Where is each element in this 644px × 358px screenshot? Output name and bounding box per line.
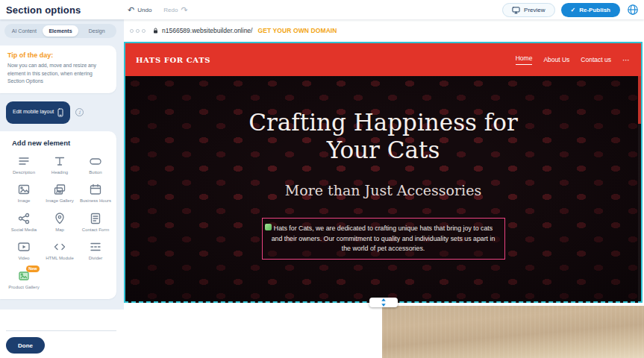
element-item-button[interactable]: Button	[78, 154, 113, 176]
redo-button[interactable]: Redo ↷	[163, 6, 187, 14]
site-logo[interactable]: HATS FOR CATS	[136, 56, 210, 64]
get-domain-link[interactable]: GET YOUR OWN DOMAIN	[257, 27, 337, 34]
next-section-photo	[382, 306, 644, 358]
lock-icon	[152, 27, 159, 34]
nav-more-icon[interactable]: ⋯	[622, 56, 631, 64]
undo-label: Undo	[137, 7, 151, 13]
add-element-title: Add new element	[12, 139, 113, 147]
preview-scrollbar[interactable]	[638, 76, 641, 301]
product-gallery-icon: New	[16, 268, 31, 283]
element-item-map[interactable]: Map	[42, 211, 78, 233]
editor-canvas: n1566589.websitebuilder.online/ GET YOUR…	[124, 19, 644, 358]
tab-design[interactable]: Design	[78, 25, 115, 37]
description-icon	[16, 154, 31, 169]
resize-arrows-icon	[381, 298, 387, 307]
edit-mobile-layout-button[interactable]: Edit mobile layout	[6, 101, 70, 124]
html-code-icon	[52, 239, 67, 254]
preview-label: Preview	[524, 7, 545, 13]
republish-button[interactable]: ✓ Re-Publish	[561, 3, 620, 17]
site-header: HATS FOR CATS Home About Us Contact us ⋯	[125, 43, 641, 76]
business-hours-icon	[88, 182, 103, 197]
footer-divider	[6, 330, 116, 331]
image-gallery-icon	[52, 182, 67, 197]
info-icon[interactable]: i	[75, 108, 84, 116]
hero-description-element[interactable]: Hats for Cats, we are dedicated to craft…	[262, 218, 505, 260]
contact-form-icon	[88, 211, 103, 226]
language-globe-icon[interactable]	[626, 3, 640, 16]
nav-contact-us[interactable]: Contact us	[581, 56, 611, 63]
element-item-description[interactable]: Description	[6, 154, 42, 176]
site-nav: Home About Us Contact us ⋯	[516, 54, 631, 65]
element-item-video[interactable]: Video	[6, 239, 42, 262]
tip-of-the-day-card: Tip of the day: Now you can add, move an…	[0, 45, 116, 93]
sidebar-tabs: AI Content Elements Design	[4, 24, 116, 38]
tip-body: Now you can add, move and resize any ele…	[7, 62, 109, 86]
element-item-image[interactable]: Image	[6, 182, 42, 204]
undo-button[interactable]: ↶ Undo	[128, 6, 151, 14]
element-item-business-hours[interactable]: Business Hours	[78, 182, 113, 204]
check-icon: ✓	[571, 7, 576, 13]
window-dots-icon	[130, 29, 146, 33]
monitor-icon	[512, 6, 520, 14]
image-icon	[16, 182, 31, 197]
scrollbar-thumb[interactable]	[638, 76, 641, 124]
element-item-image-gallery[interactable]: Image Gallery	[42, 182, 78, 204]
topbar: Section options ↶ Undo Redo ↷ Preview ✓ …	[0, 0, 644, 19]
text-element-icon	[265, 224, 272, 230]
new-badge: New	[26, 266, 40, 272]
mobile-layout-row: Edit mobile layout i	[6, 101, 124, 124]
sidebar-footer: Done	[0, 330, 124, 358]
element-item-social-media[interactable]: Social Media	[6, 211, 42, 233]
page-title: Section options	[6, 4, 81, 16]
hero-section: Crafting Happiness for Your Cats More th…	[125, 76, 641, 301]
section-options-sidebar: AI Content Elements Design Tip of the da…	[0, 19, 124, 358]
video-icon	[16, 239, 31, 254]
tab-elements[interactable]: Elements	[43, 25, 79, 37]
element-grid: Description Heading Button	[6, 154, 113, 291]
hero-subtitle[interactable]: More than Just Accessories	[285, 182, 481, 198]
element-item-html-module[interactable]: HTML Module	[42, 239, 78, 262]
republish-label: Re-Publish	[579, 7, 610, 13]
done-button[interactable]: Done	[6, 337, 45, 354]
topbar-actions: Preview ✓ Re-Publish	[502, 0, 640, 19]
heading-icon	[52, 154, 67, 169]
browser-bar: n1566589.websitebuilder.online/ GET YOUR…	[124, 19, 644, 42]
add-element-panel: Add new element Description Heading	[0, 131, 116, 300]
element-item-contact-form[interactable]: Contact Form	[78, 211, 113, 233]
element-item-heading[interactable]: Heading	[42, 154, 78, 176]
sidebar-content: AI Content Elements Design Tip of the da…	[0, 19, 124, 310]
divider-icon	[88, 239, 103, 254]
nav-home[interactable]: Home	[516, 54, 533, 65]
social-media-icon	[16, 211, 31, 226]
site-section-preview[interactable]: HATS FOR CATS Home About Us Contact us ⋯…	[124, 42, 643, 303]
element-item-product-gallery[interactable]: New Product Gallery	[6, 268, 42, 291]
hero-title[interactable]: Crafting Happiness for Your Cats	[238, 109, 529, 164]
preview-button[interactable]: Preview	[502, 3, 554, 17]
phone-icon	[56, 107, 65, 118]
redo-label: Redo	[163, 7, 178, 13]
element-item-divider[interactable]: Divider	[78, 239, 113, 262]
site-url[interactable]: n1566589.websitebuilder.online/	[162, 27, 252, 34]
history-controls: ↶ Undo Redo ↷	[128, 0, 188, 19]
undo-icon: ↶	[128, 6, 134, 14]
section-resize-handle[interactable]	[369, 298, 398, 307]
tab-ai-content[interactable]: AI Content	[6, 25, 43, 37]
map-pin-icon	[52, 211, 67, 226]
button-icon	[88, 154, 103, 169]
tip-title: Tip of the day:	[7, 51, 109, 59]
edit-mobile-label: Edit mobile layout	[13, 109, 54, 115]
hero-description-text: Hats for Cats, we are dedicated to craft…	[269, 224, 498, 254]
nav-about-us[interactable]: About Us	[543, 56, 569, 63]
redo-icon: ↷	[181, 6, 187, 14]
